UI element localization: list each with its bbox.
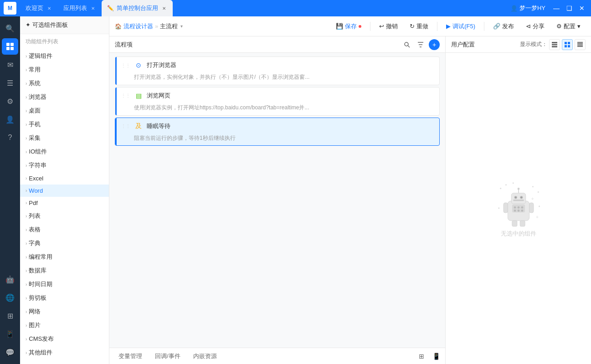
flow-search-icon[interactable]	[401, 39, 412, 50]
bottom-tab-variables[interactable]: 变量管理	[113, 350, 148, 362]
sidebar-item-其他组件[interactable]: ›其他组件	[20, 346, 109, 359]
sidebar-item-采集[interactable]: ›采集	[20, 131, 109, 145]
sidebar-item-手机[interactable]: ›手机	[20, 118, 109, 131]
sidebar-item-剪切板[interactable]: ›剪切板	[20, 291, 109, 305]
sidebar-item-device[interactable]: 📱	[2, 326, 18, 342]
sidebar-item-列表[interactable]: ›列表	[20, 209, 109, 223]
toolbar: 🏠 流程设计器 » 主流程 ▾ 💾 保存 ↩ 撤销	[109, 16, 591, 36]
sidebar-item-编程常用[interactable]: ›编程常用	[20, 250, 109, 264]
sidebar-item-user[interactable]: 👤	[2, 111, 18, 128]
tab-welcome[interactable]: 欢迎页✕	[20, 0, 58, 16]
sidebar-item-globe[interactable]: 🌐	[2, 289, 18, 306]
svg-rect-14	[577, 43, 583, 44]
svg-text:+: +	[531, 195, 534, 201]
sidebar-item-IO组件[interactable]: ›IO组件	[20, 145, 109, 159]
save-button[interactable]: 💾 保存	[331, 20, 366, 33]
sidebar-item-question[interactable]: ?	[2, 129, 18, 146]
undo-button[interactable]: ↩ 撤销	[374, 20, 403, 33]
sidebar-arrow: ›	[26, 149, 27, 154]
sidebar-item-Excel[interactable]: ›Excel	[20, 172, 109, 185]
breadcrumb-designer[interactable]: 流程设计器	[123, 22, 153, 31]
tab-close-applist[interactable]: ✕	[90, 5, 96, 11]
undo-icon: ↩	[379, 23, 384, 30]
settings-dropdown-icon: ▾	[577, 23, 581, 30]
sidebar-item-桌面[interactable]: ›桌面	[20, 104, 109, 118]
flow-item-browse-page[interactable]: ⋮⋮ ▤ 浏览网页 使用浏览器实例，打开网址https://top.baidu.…	[115, 87, 440, 116]
display-mode-list-btn[interactable]	[549, 39, 560, 50]
sidebar-item-search[interactable]: 🔍	[2, 20, 18, 36]
sidebar-arrow: ›	[26, 200, 27, 205]
svg-rect-34	[513, 200, 524, 201]
sidebar-item-CMS发布[interactable]: ›CMS发布	[20, 332, 109, 346]
flow-filter-icon[interactable]	[415, 39, 426, 50]
drag-handle-icon[interactable]: ⋮⋮	[121, 123, 130, 128]
display-mode-compact-btn[interactable]	[575, 39, 586, 50]
sidebar-item-doc[interactable]: ☰	[2, 75, 18, 91]
svg-point-17	[500, 188, 501, 189]
debug-button[interactable]: ▶ 调试(F5)	[441, 20, 480, 33]
sidebar-item-label: 数据库	[29, 267, 46, 275]
drag-handle-icon[interactable]: ⋮⋮	[121, 93, 130, 98]
right-panel-body: + +	[446, 53, 591, 364]
drag-handle-icon[interactable]: ⋮⋮	[121, 63, 130, 68]
maximize-button[interactable]: ❑	[564, 3, 575, 14]
svg-point-32	[515, 196, 516, 198]
tab-close-welcome[interactable]: ✕	[46, 5, 52, 11]
svg-point-36	[514, 206, 516, 208]
sidebar-item-mail[interactable]: ✉	[2, 56, 18, 73]
flow-add-button[interactable]: +	[429, 39, 440, 50]
sidebar-item-字典[interactable]: ›字典	[20, 236, 109, 250]
publish-button[interactable]: 🔗 发布	[488, 20, 519, 33]
settings-button[interactable]: ⚙ 配置 ▾	[551, 20, 586, 33]
bottom-bar-right: ⊞ 📱	[416, 351, 442, 362]
bottom-windows-icon[interactable]: ⊞	[416, 351, 427, 362]
bottom-tab-resources[interactable]: 内嵌资源	[188, 350, 222, 362]
sidebar-item-字符串[interactable]: ›字符串	[20, 159, 109, 172]
app-logo: M	[4, 2, 16, 15]
bottom-device-icon[interactable]: 📱	[431, 351, 442, 362]
bottom-tab-callback[interactable]: 回调/事件	[149, 350, 186, 362]
share-icon: ⊲	[526, 23, 531, 30]
close-button[interactable]: ✕	[576, 3, 587, 14]
sidebar-item-逻辑组件[interactable]: ›逻辑组件	[20, 49, 109, 63]
sidebar-item-图片[interactable]: ›图片	[20, 318, 109, 332]
flow-item-sleep[interactable]: ⋮⋮ 及 睡眠等待 阻塞当前运行的步骤，等待1秒后继续执行	[115, 118, 440, 146]
svg-rect-7	[552, 44, 557, 45]
flow-panel-title: 流程项	[115, 41, 401, 49]
bottom-bar: 变量管理 回调/事件 内嵌资源 ⊞ 📱	[109, 348, 445, 364]
sidebar-item-表格[interactable]: ›表格	[20, 223, 109, 236]
sidebar-item-Pdf[interactable]: ›Pdf	[20, 197, 109, 209]
svg-text:+: +	[535, 214, 538, 220]
sidebar-item-数据库[interactable]: ›数据库	[20, 264, 109, 277]
flow-item-header: ⋮⋮ 及 睡眠等待	[117, 118, 439, 134]
sidebar-item-Word[interactable]: ›Word	[20, 185, 109, 197]
tab-applist[interactable]: 应用列表✕	[58, 0, 102, 16]
minimize-button[interactable]: —	[551, 3, 562, 14]
sidebar-item-grid[interactable]	[2, 38, 18, 55]
breadcrumb-sep1: »	[155, 23, 158, 30]
share-button[interactable]: ⊲ 分享	[521, 20, 550, 33]
tab-close-app[interactable]: ✕	[161, 5, 167, 11]
sidebar-item-网络[interactable]: ›网络	[20, 305, 109, 318]
sidebar-item-时间日期[interactable]: ›时间日期	[20, 277, 109, 291]
tab-app[interactable]: ✏️简单控制台应用✕	[102, 0, 173, 16]
content-area: 🏠 流程设计器 » 主流程 ▾ 💾 保存 ↩ 撤销	[109, 16, 591, 364]
sidebar-item-windows[interactable]: ⊞	[2, 308, 18, 324]
sidebar-item-support[interactable]: 💬	[2, 344, 18, 360]
redo-button[interactable]: ↻ 重做	[405, 20, 433, 33]
breadcrumb-dropdown-icon[interactable]: ▾	[180, 24, 183, 29]
sidebar-arrow: ›	[26, 95, 27, 100]
flow-item-header: ⋮⋮ ▤ 浏览网页	[117, 87, 439, 104]
display-mode-grid-btn[interactable]	[562, 39, 573, 50]
sidebar-item-浏览器[interactable]: ›浏览器	[20, 90, 109, 104]
sidebar-item-常用[interactable]: ›常用	[20, 63, 109, 77]
user-info[interactable]: 👤 梦一梦HY	[510, 4, 545, 12]
toolbar-divider-1	[370, 22, 370, 31]
tabs-area: 欢迎页✕应用列表✕✏️简单控制台应用✕	[20, 0, 510, 16]
sidebar-item-robot[interactable]: 🤖	[2, 271, 18, 287]
sidebar-item-gear[interactable]: ⚙	[2, 93, 18, 109]
sidebar-item-系统[interactable]: ›系统	[20, 77, 109, 90]
flow-item-open-browser[interactable]: ⋮⋮ ⊙ 打开浏览器 打开浏览器，实例化对象，并执行（不）显示图片/（不）显示浏…	[115, 56, 440, 85]
sidebar-section-label: 功能组件列表	[20, 34, 109, 47]
flow-item-row: ⋮⋮ 及 睡眠等待 阻塞当前运行的步骤，等待1秒后继续执行	[115, 118, 439, 146]
